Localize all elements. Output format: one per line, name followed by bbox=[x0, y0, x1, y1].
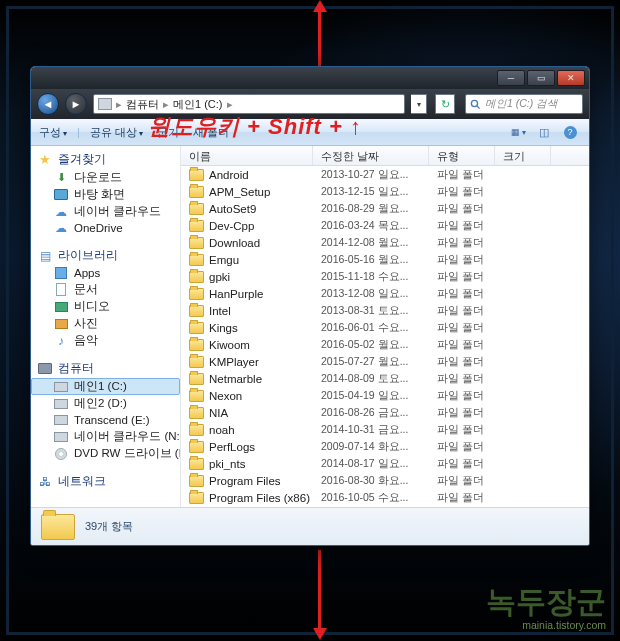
sidebar: ★즐겨찾기 ⬇다운로드 바탕 화면 ☁네이버 클라우드 ☁OneDrive ▤라… bbox=[31, 146, 181, 507]
address-history-button[interactable]: ▾ bbox=[411, 94, 427, 114]
nav-back-button[interactable]: ◄ bbox=[37, 93, 59, 115]
file-name: Dev-Cpp bbox=[209, 220, 321, 232]
list-item[interactable]: Program Files2016-08-30 화요...파일 폴더 bbox=[181, 472, 589, 489]
sidebar-item-onedrive[interactable]: ☁OneDrive bbox=[31, 220, 180, 236]
list-item[interactable]: noah2014-10-31 금요...파일 폴더 bbox=[181, 421, 589, 438]
file-list[interactable]: Android2013-10-27 일요...파일 폴더APM_Setup201… bbox=[181, 166, 589, 507]
file-type: 파일 폴더 bbox=[437, 287, 503, 301]
file-date: 2014-10-31 금요... bbox=[321, 423, 437, 437]
annotation-arrow-bottom bbox=[318, 550, 321, 630]
breadcrumb-sep-icon: ▸ bbox=[227, 98, 233, 111]
search-input[interactable]: 메인1 (C:) 검색 bbox=[465, 94, 583, 114]
sidebar-item-dvd[interactable]: DVD RW 드라이브 (P:) NEW bbox=[31, 445, 180, 462]
file-date: 2015-11-18 수요... bbox=[321, 270, 437, 284]
list-item[interactable]: Emgu2016-05-16 월요...파일 폴더 bbox=[181, 251, 589, 268]
list-item[interactable]: Android2013-10-27 일요...파일 폴더 bbox=[181, 166, 589, 183]
list-item[interactable]: PerfLogs2009-07-14 화요...파일 폴더 bbox=[181, 438, 589, 455]
desktop-icon bbox=[53, 188, 69, 202]
network-icon: 🖧 bbox=[37, 475, 53, 489]
titlebar[interactable]: ─ ▭ ✕ bbox=[31, 67, 589, 89]
sidebar-favorites-header[interactable]: ★즐겨찾기 bbox=[31, 150, 180, 169]
refresh-button[interactable]: ↻ bbox=[435, 94, 455, 114]
file-date: 2016-08-26 금요... bbox=[321, 406, 437, 420]
search-icon bbox=[470, 99, 481, 110]
list-item[interactable]: NIA2016-08-26 금요...파일 폴더 bbox=[181, 404, 589, 421]
annotation-text: 윈도우키 + Shift + ↑ bbox=[148, 112, 362, 142]
list-item[interactable]: Download2014-12-08 월요...파일 폴더 bbox=[181, 234, 589, 251]
sidebar-item-videos[interactable]: 비디오 bbox=[31, 298, 180, 315]
sidebar-item-drive-c[interactable]: 메인1 (C:) bbox=[31, 378, 180, 395]
sidebar-item-music[interactable]: ♪음악 bbox=[31, 332, 180, 349]
list-item[interactable]: KMPlayer2015-07-27 월요...파일 폴더 bbox=[181, 353, 589, 370]
file-type: 파일 폴더 bbox=[437, 406, 503, 420]
file-type: 파일 폴더 bbox=[437, 491, 503, 505]
apps-icon bbox=[53, 266, 69, 280]
sidebar-item-navercloud[interactable]: ☁네이버 클라우드 bbox=[31, 203, 180, 220]
list-item[interactable]: Dev-Cpp2016-03-24 목요...파일 폴더 bbox=[181, 217, 589, 234]
file-type: 파일 폴더 bbox=[437, 372, 503, 386]
sidebar-item-documents[interactable]: 문서 bbox=[31, 281, 180, 298]
file-name: Program Files (x86) bbox=[209, 492, 321, 504]
video-icon bbox=[53, 300, 69, 314]
file-name: APM_Setup bbox=[209, 186, 321, 198]
list-item[interactable]: pki_nts2014-08-17 일요...파일 폴더 bbox=[181, 455, 589, 472]
list-item[interactable]: Program Files (x86)2016-10-05 수요...파일 폴더 bbox=[181, 489, 589, 506]
list-item[interactable]: Intel2013-08-31 토요...파일 폴더 bbox=[181, 302, 589, 319]
sidebar-item-drive-e[interactable]: Transcend (E:) bbox=[31, 412, 180, 428]
list-item[interactable]: APM_Setup2013-12-15 일요...파일 폴더 bbox=[181, 183, 589, 200]
watermark-name: 녹두장군 bbox=[486, 587, 606, 617]
maximize-button[interactable]: ▭ bbox=[527, 70, 555, 86]
list-item[interactable]: Kings2016-06-01 수요...파일 폴더 bbox=[181, 319, 589, 336]
view-options-button[interactable]: ▦▾ bbox=[507, 122, 529, 142]
file-date: 2009-07-14 화요... bbox=[321, 440, 437, 454]
list-item[interactable]: HanPurple2013-12-08 일요...파일 폴더 bbox=[181, 285, 589, 302]
sidebar-item-drive-d[interactable]: 메인2 (D:) bbox=[31, 395, 180, 412]
file-type: 파일 폴더 bbox=[437, 474, 503, 488]
sidebar-network-header[interactable]: 🖧네트워크 bbox=[31, 472, 180, 491]
col-date[interactable]: 수정한 날짜 bbox=[313, 146, 429, 165]
watermark: 녹두장군 mainia.tistory.com bbox=[486, 587, 606, 631]
col-name[interactable]: 이름 bbox=[181, 146, 313, 165]
download-icon: ⬇ bbox=[53, 171, 69, 185]
cloud-icon: ☁ bbox=[53, 205, 69, 219]
address-bar[interactable]: ▸ 컴퓨터 ▸ 메인1 (C:) ▸ bbox=[93, 94, 405, 114]
list-item[interactable]: AutoSet92016-08-29 월요...파일 폴더 bbox=[181, 200, 589, 217]
drive-icon bbox=[53, 413, 69, 427]
close-button[interactable]: ✕ bbox=[557, 70, 585, 86]
folder-icon bbox=[189, 203, 204, 215]
folder-icon bbox=[189, 322, 204, 334]
breadcrumb-drive[interactable]: 메인1 (C:) bbox=[173, 97, 223, 112]
svg-point-0 bbox=[471, 100, 477, 106]
list-item[interactable]: Kiwoom2016-05-02 월요...파일 폴더 bbox=[181, 336, 589, 353]
toolbar-share[interactable]: 공유 대상▾ bbox=[90, 125, 143, 140]
help-button[interactable]: ? bbox=[559, 122, 581, 142]
minimize-button[interactable]: ─ bbox=[497, 70, 525, 86]
sidebar-item-apps[interactable]: Apps bbox=[31, 265, 180, 281]
dvd-icon bbox=[53, 447, 69, 461]
breadcrumb-root[interactable]: 컴퓨터 bbox=[126, 97, 159, 112]
drive-icon bbox=[98, 98, 112, 110]
list-item[interactable]: Nexon2015-04-19 일요...파일 폴더 bbox=[181, 387, 589, 404]
sidebar-computer-header[interactable]: 컴퓨터 bbox=[31, 359, 180, 378]
file-type: 파일 폴더 bbox=[437, 202, 503, 216]
col-type[interactable]: 유형 bbox=[429, 146, 495, 165]
search-placeholder: 메인1 (C:) 검색 bbox=[485, 97, 558, 111]
file-type: 파일 폴더 bbox=[437, 168, 503, 182]
sidebar-item-desktop[interactable]: 바탕 화면 bbox=[31, 186, 180, 203]
drive-icon bbox=[53, 380, 69, 394]
folder-icon bbox=[189, 441, 204, 453]
status-text: 39개 항목 bbox=[85, 519, 133, 534]
sidebar-item-pictures[interactable]: 사진 bbox=[31, 315, 180, 332]
status-bar: 39개 항목 bbox=[31, 507, 589, 545]
list-item[interactable]: gpki2015-11-18 수요...파일 폴더 bbox=[181, 268, 589, 285]
nav-forward-button[interactable]: ► bbox=[65, 93, 87, 115]
col-size[interactable]: 크기 bbox=[495, 146, 551, 165]
sidebar-libraries-header[interactable]: ▤라이브러리 bbox=[31, 246, 180, 265]
toolbar-organize[interactable]: 구성▾ bbox=[39, 125, 67, 140]
file-type: 파일 폴더 bbox=[437, 389, 503, 403]
sidebar-item-downloads[interactable]: ⬇다운로드 bbox=[31, 169, 180, 186]
preview-pane-button[interactable]: ◫ bbox=[533, 122, 555, 142]
sidebar-item-drive-n[interactable]: 네이버 클라우드 (N:) bbox=[31, 428, 180, 445]
list-item[interactable]: Netmarble2014-08-09 토요...파일 폴더 bbox=[181, 370, 589, 387]
drive-icon bbox=[53, 430, 69, 444]
